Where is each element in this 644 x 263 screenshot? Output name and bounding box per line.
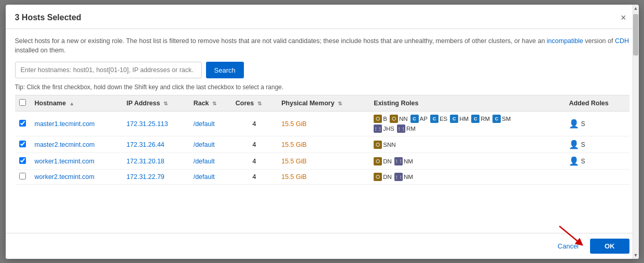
rack-header[interactable]: Rack ⇅ <box>189 95 231 112</box>
added-roles-cell: 👤S <box>565 153 629 170</box>
row-checkbox[interactable] <box>19 173 26 179</box>
ip-cell: 172.31.25.113 <box>122 112 189 136</box>
memory-sort-icon: ⇅ <box>338 101 342 106</box>
cores-cell: 4 <box>231 136 278 153</box>
ip-sort-icon: ⇅ <box>163 101 168 106</box>
row-checkbox-cell[interactable] <box>15 112 31 136</box>
role-badge: ⋮⋮RM <box>397 124 416 133</box>
role-badge: ⬡B <box>374 115 387 123</box>
role-badge: CES <box>430 115 447 123</box>
row-checkbox-cell[interactable] <box>15 170 31 185</box>
hostname-link[interactable]: worker2.tecmint.com <box>35 173 94 181</box>
search-input[interactable] <box>15 62 202 78</box>
role-badge: CHM <box>450 115 469 123</box>
memory-cell: 15.5 GiB <box>277 112 369 136</box>
role-badge: ⬡DN <box>374 157 392 165</box>
hostname-link[interactable]: worker1.tecmint.com <box>35 158 94 165</box>
memory-header[interactable]: Physical Memory ⇅ <box>277 95 369 112</box>
modal-overlay: 3 Hosts Selected × Select hosts for a ne… <box>0 0 644 263</box>
role-badge: ⬡SNN <box>374 141 395 149</box>
hostname-cell: master1.tecmint.com <box>31 112 122 136</box>
rack-link[interactable]: /default <box>194 173 215 181</box>
row-checkbox[interactable] <box>19 157 26 164</box>
row-checkbox[interactable] <box>19 120 26 127</box>
role-badge: ⬡NN <box>390 115 408 123</box>
memory-cell: 15.5 GiB <box>277 136 369 153</box>
roles-cell: ⬡SNN <box>369 136 565 153</box>
ip-cell: 172.31.26.44 <box>122 136 189 153</box>
table-row: worker2.tecmint.com 172.31.22.79 /defaul… <box>15 170 629 185</box>
modal-header: 3 Hosts Selected × <box>6 5 639 29</box>
tip-text: Tip: Click the first checkbox, hold down… <box>15 84 629 91</box>
role-badge: CRM <box>471 115 490 123</box>
ip-link[interactable]: 172.31.25.113 <box>127 120 168 128</box>
cores-cell: 4 <box>231 112 278 136</box>
hostname-header[interactable]: Hostname ▲ <box>31 95 122 112</box>
cores-cell: 4 <box>231 153 278 170</box>
cores-cell: 4 <box>231 170 278 185</box>
roles-header: Existing Roles <box>369 95 565 112</box>
modal-footer: Cancel OK <box>6 233 639 259</box>
person-icon: 👤 <box>569 140 579 149</box>
scrollbar[interactable]: ▲ ▼ <box>633 5 639 259</box>
added-roles-cell: 👤S <box>565 112 629 136</box>
close-button[interactable]: × <box>618 12 629 23</box>
memory-value: 15.5 GiB <box>281 141 307 148</box>
added-role: 👤S <box>569 119 585 129</box>
ip-link[interactable]: 172.31.20.18 <box>127 158 165 165</box>
rack-link[interactable]: /default <box>194 120 215 128</box>
rack-link[interactable]: /default <box>194 158 215 165</box>
memory-cell: 15.5 GiB <box>277 170 369 185</box>
table-header-row: Hostname ▲ IP Address ⇅ Rack ⇅ Cores ⇅ P <box>15 95 629 112</box>
memory-cell: 15.5 GiB <box>277 153 369 170</box>
row-checkbox-cell[interactable] <box>15 136 31 153</box>
roles-cell: ⬡DN⋮⋮NM <box>369 170 565 185</box>
table-row: master2.tecmint.com 172.31.26.44 /defaul… <box>15 136 629 153</box>
rack-sort-icon: ⇅ <box>212 101 216 106</box>
ok-button[interactable]: OK <box>590 239 629 254</box>
table-row: master1.tecmint.com 172.31.25.113 /defau… <box>15 112 629 136</box>
select-all-header[interactable] <box>15 95 31 112</box>
hosts-table: Hostname ▲ IP Address ⇅ Rack ⇅ Cores ⇅ P <box>15 95 629 185</box>
role-badge: ⬡DN <box>374 173 392 181</box>
ip-header[interactable]: IP Address ⇅ <box>122 95 189 112</box>
rack-cell: /default <box>189 170 231 185</box>
cores-header[interactable]: Cores ⇅ <box>231 95 278 112</box>
cancel-button[interactable]: Cancel <box>552 239 585 253</box>
memory-value: 15.5 GiB <box>281 120 307 128</box>
person-icon: 👤 <box>569 156 579 166</box>
ip-cell: 172.31.22.79 <box>122 170 189 185</box>
hostname-link[interactable]: master2.tecmint.com <box>35 141 95 148</box>
description-text: Select hosts for a new or existing role.… <box>15 36 629 56</box>
rack-link[interactable]: /default <box>194 141 215 148</box>
ip-link[interactable]: 172.31.26.44 <box>127 141 165 148</box>
added-role: 👤S <box>569 140 585 149</box>
hostname-sort-icon: ▲ <box>69 101 74 106</box>
added-roles-cell: 👤S <box>565 136 629 153</box>
row-checkbox-cell[interactable] <box>15 153 31 170</box>
scroll-down-arrow[interactable]: ▼ <box>633 252 639 259</box>
role-badge: CSM <box>492 115 511 123</box>
scroll-thumb[interactable] <box>633 14 638 56</box>
ip-link[interactable]: 172.31.22.79 <box>127 173 165 181</box>
hostname-cell: worker1.tecmint.com <box>31 153 122 170</box>
role-badge: ⋮⋮JHS <box>374 124 394 133</box>
row-checkbox[interactable] <box>19 141 26 147</box>
person-icon: 👤 <box>569 119 579 129</box>
memory-value: 15.5 GiB <box>281 158 307 165</box>
hostname-cell: master2.tecmint.com <box>31 136 122 153</box>
ip-cell: 172.31.20.18 <box>122 153 189 170</box>
hostname-link[interactable]: master1.tecmint.com <box>35 120 95 128</box>
memory-value: 15.5 GiB <box>281 173 307 181</box>
modal-dialog: 3 Hosts Selected × Select hosts for a ne… <box>6 5 639 259</box>
cores-sort-icon: ⇅ <box>257 101 262 106</box>
search-button[interactable]: Search <box>206 62 244 78</box>
modal-body: Select hosts for a new or existing role.… <box>6 29 639 233</box>
rack-cell: /default <box>189 112 231 136</box>
table-row: worker1.tecmint.com 172.31.20.18 /defaul… <box>15 153 629 170</box>
roles-cell: ⬡DN⋮⋮NM <box>369 153 565 170</box>
scroll-up-arrow[interactable]: ▲ <box>633 5 639 12</box>
select-all-checkbox[interactable] <box>19 99 26 106</box>
rack-cell: /default <box>189 153 231 170</box>
modal-title: 3 Hosts Selected <box>15 13 81 22</box>
